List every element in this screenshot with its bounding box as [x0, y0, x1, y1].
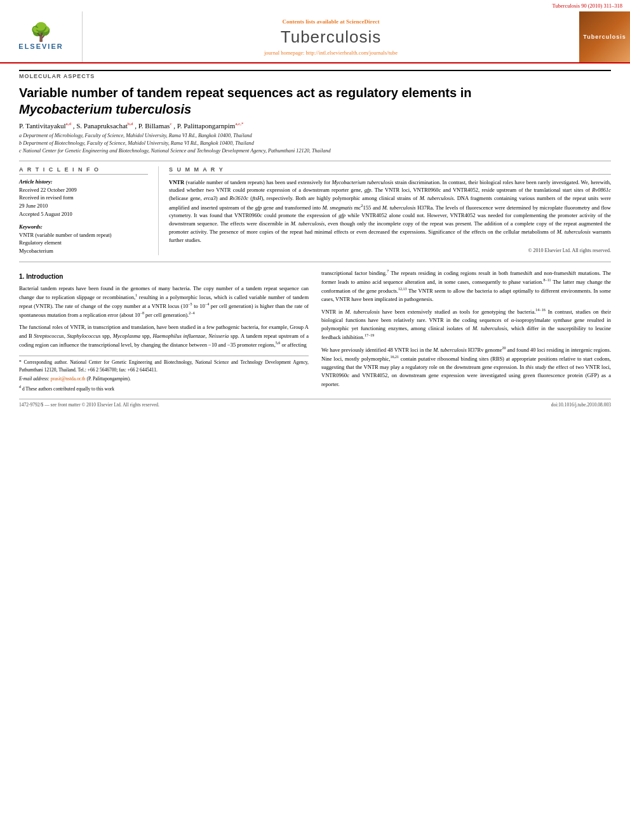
- d-note-text: d These authors contributed equally to t…: [22, 385, 114, 391]
- author1-sup: a,d: [66, 121, 71, 126]
- title-line1: Variable number of tandem repeat sequenc…: [19, 86, 471, 100]
- journal-ref: Tuberculosis 90 (2010) 311–318: [0, 3, 630, 11]
- divider2: [19, 262, 611, 262]
- science-direct-link: Contents lists available at ScienceDirec…: [283, 18, 380, 25]
- keyword3: Mycobacterium: [19, 247, 148, 255]
- section-label: MOLECULAR ASPECTS: [19, 70, 611, 79]
- bottom-bar: 1472-9792/$ — see front matter © 2010 El…: [19, 399, 611, 408]
- right-para2: VNTR in M. tuberculosis have been extens…: [321, 307, 611, 342]
- affiliation-a: a Department of Microbiology, Faculty of…: [19, 132, 611, 140]
- intro-heading: 1. Introduction: [19, 272, 309, 282]
- elsevier-wordmark: ELSEVIER: [18, 43, 63, 50]
- keyword1: VNTR (variable number of tandem repeat): [19, 231, 148, 239]
- footnote-d: d d These authors contributed equally to…: [19, 384, 309, 393]
- author2-name: , S. Panapruksachat: [73, 122, 128, 130]
- article-info-col: A R T I C L E I N F O Article history: R…: [19, 166, 159, 255]
- keywords-label: Keywords:: [19, 223, 148, 230]
- accepted-date: Accepted 5 August 2010: [19, 210, 148, 218]
- author1-name: P. Tantivitayakul: [19, 122, 66, 130]
- divider: [19, 161, 611, 161]
- author3-name: , P. Billamas: [135, 122, 170, 130]
- footnote-star: * Corresponding author. National Center …: [19, 359, 309, 374]
- author4-sup: a,c,*: [235, 121, 243, 126]
- elsevier-logo: 🌳 ELSEVIER: [0, 11, 83, 62]
- authors-line: P. Tantivitayakula,d , S. Panapruksachat…: [19, 121, 611, 130]
- received-date: Received 22 October 2009: [19, 186, 148, 194]
- contents-available-text: Contents lists available at: [283, 18, 345, 25]
- intro-para2: The functional roles of VNTR, in transcr…: [19, 323, 309, 349]
- summary-col: S U M M A R Y VNTR (variable number of t…: [159, 166, 611, 255]
- email-label: E-mail address:: [19, 376, 50, 382]
- main-text-row: 1. Introduction Bacterial tandem repeats…: [19, 269, 611, 394]
- article-info-label: A R T I C L E I N F O: [19, 166, 148, 175]
- email-attribution: (P. Palittapongarnpim).: [86, 376, 130, 382]
- affiliation-c: c National Center for Genetic Engineerin…: [19, 147, 611, 155]
- footer-notes: * Corresponding author. National Center …: [19, 356, 309, 393]
- section-num: 1.: [19, 273, 24, 280]
- affiliation-b: b Department of Biotechnology, Faculty o…: [19, 140, 611, 147]
- journal-homepage: journal homepage: http://intl.elsevierhe…: [264, 50, 398, 56]
- article-info-row: A R T I C L E I N F O Article history: R…: [19, 166, 611, 255]
- journal-header: Tuberculosis 90 (2010) 311–318 🌳 ELSEVIE…: [0, 0, 630, 63]
- cover-journal-title: Tuberculosis: [583, 34, 626, 40]
- journal-ref-text: Tuberculosis 90 (2010) 311–318: [552, 3, 622, 9]
- author4-name: , P. Palittapongarnpim: [173, 122, 235, 130]
- main-col-right: transcriptional factor binding.7 The rep…: [321, 269, 611, 394]
- affiliations: a Department of Microbiology, Faculty of…: [19, 132, 611, 156]
- keyword2: Regulatory element: [19, 239, 148, 247]
- right-para3: We have previously identified 48 VNTR lo…: [321, 345, 611, 389]
- intro-para1: Bacterial tandem repeats have been found…: [19, 284, 309, 319]
- summary-label: S U M M A R Y: [169, 166, 611, 175]
- elsevier-tree-icon: 🌳: [30, 23, 52, 41]
- journal-title: Tuberculosis: [281, 27, 381, 47]
- science-direct-text[interactable]: ScienceDirect: [346, 18, 379, 25]
- issn-text: 1472-9792/$ — see front matter © 2010 El…: [19, 402, 159, 408]
- article-body: MOLECULAR ASPECTS Variable number of tan…: [0, 63, 630, 420]
- journal-cover-image: Tuberculosis: [579, 11, 630, 62]
- summary-text: VNTR (variable number of tandem repeats)…: [169, 178, 611, 244]
- history-label: Article history:: [19, 178, 148, 185]
- homepage-text: journal homepage: http://intl.elsevierhe…: [264, 50, 398, 56]
- right-para1: transcriptional factor binding.7 The rep…: [321, 269, 611, 303]
- copyright-notice: © 2010 Elsevier Ltd. All rights reserved…: [169, 248, 611, 253]
- received-revised-date: 29 June 2010: [19, 202, 148, 210]
- author3-sup: c: [170, 121, 171, 126]
- section-title: Introduction: [26, 273, 63, 280]
- email-address: prasit@nstda.or.th: [51, 376, 86, 382]
- doi-text: doi:10.1016/j.tube.2010.08.003: [551, 402, 611, 408]
- title-line2: Mycobacterium tuberculosis: [19, 102, 191, 116]
- author2-sup: b,d: [128, 121, 133, 126]
- journal-center-info: Contents lists available at ScienceDirec…: [83, 11, 579, 62]
- received-revised-label: Received in revised form: [19, 194, 148, 202]
- journal-header-middle: 🌳 ELSEVIER Contents lists available at S…: [0, 11, 630, 62]
- main-col-left: 1. Introduction Bacterial tandem repeats…: [19, 269, 309, 394]
- article-title: Variable number of tandem repeat sequenc…: [19, 84, 611, 117]
- footnote-email: E-mail address: prasit@nstda.or.th (P. P…: [19, 375, 309, 383]
